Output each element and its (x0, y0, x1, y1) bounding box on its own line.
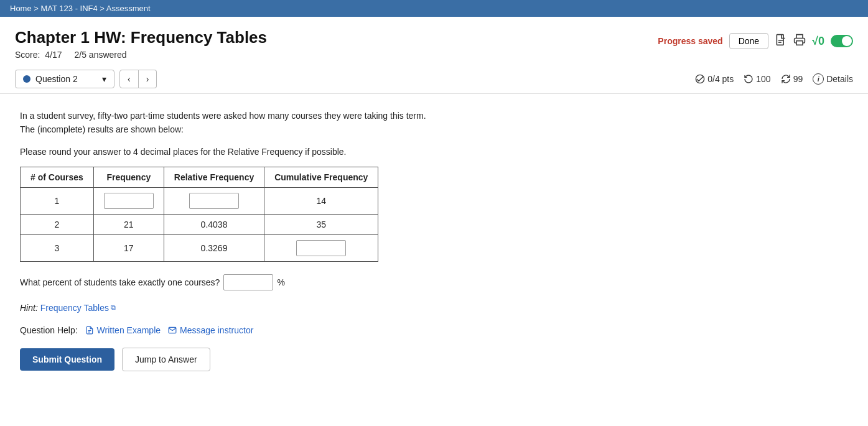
document-icon-button[interactable] (775, 34, 787, 49)
score-value: 4/17 (45, 50, 62, 60)
check-circle-icon (695, 74, 705, 84)
content-section: In a student survey, fifty-two part-time… (0, 94, 868, 386)
document-icon (775, 34, 787, 46)
round-note: Please round your answer to 4 decimal pl… (20, 147, 848, 157)
percent-question: What percent of students take exactly on… (20, 274, 848, 290)
print-icon (793, 34, 806, 46)
progress-saved-label: Progress saved (658, 36, 722, 46)
toolbar-section: Question 2 ▾ ‹ › 0/4 pts 100 (0, 65, 868, 94)
message-instructor-label: Message instructor (180, 325, 253, 335)
courses-3: 3 (21, 234, 94, 261)
header-left: Chapter 1 HW: Frequency Tables Score: 4/… (15, 28, 267, 60)
relative-freq-1-cell (164, 187, 264, 214)
details-label: Details (826, 74, 853, 84)
question-text: In a student survey, fifty-two part-time… (20, 109, 848, 137)
pts-section: 0/4 pts 100 99 i Details (695, 73, 853, 85)
pts-value: 0/4 pts (707, 74, 734, 84)
hint-section: Hint: Frequency Tables ⧉ (20, 303, 848, 313)
question-selector: Question 2 ▾ ‹ › (15, 70, 157, 88)
score-label: Score: (15, 50, 40, 60)
courses-1: 1 (21, 187, 94, 214)
message-instructor-link[interactable]: Message instructor (168, 325, 253, 335)
hint-link[interactable]: Frequency Tables ⧉ (40, 303, 116, 313)
cumulative-freq-3-cell (264, 234, 378, 261)
top-nav: Home > MAT 123 - INF4 > Assessment (0, 0, 868, 17)
written-example-label: Written Example (97, 325, 161, 335)
nav-arrows: ‹ › (119, 70, 157, 88)
history-value: 100 (756, 74, 770, 84)
next-question-button[interactable]: › (139, 70, 157, 88)
header-right: Progress saved Done √0 (658, 33, 853, 49)
relative-freq-1-input[interactable] (189, 193, 239, 209)
question-help-label: Question Help: (20, 325, 78, 335)
cumulative-freq-1: 14 (264, 187, 378, 214)
sqrt-label: √0 (812, 35, 824, 48)
cumulative-freq-3-input[interactable] (296, 240, 346, 256)
done-button[interactable]: Done (729, 33, 768, 49)
col-header-relative: Relative Frequency (164, 167, 264, 187)
question-dropdown[interactable]: Question 2 ▾ (15, 70, 114, 88)
retry-item: 99 (781, 74, 803, 84)
written-example-link[interactable]: Written Example (85, 325, 161, 335)
table-row: 1 14 (21, 187, 378, 214)
frequency-table: # of Courses Frequency Relative Frequenc… (20, 167, 378, 262)
jump-to-answer-button[interactable]: Jump to Answer (122, 348, 210, 371)
col-header-courses: # of Courses (21, 167, 94, 187)
question-help-section: Question Help: Written Example Message i… (20, 325, 848, 335)
prev-question-button[interactable]: ‹ (119, 70, 139, 88)
frequency-1-input[interactable] (104, 193, 154, 209)
envelope-icon (168, 326, 177, 335)
frequency-1-cell (93, 187, 164, 214)
courses-2: 2 (21, 214, 94, 234)
hint-link-text: Frequency Tables (40, 303, 109, 313)
question-help-text: Question Help: (20, 325, 78, 335)
header-section: Chapter 1 HW: Frequency Tables Score: 4/… (0, 17, 868, 65)
page-title: Chapter 1 HW: Frequency Tables (15, 28, 267, 47)
submit-question-button[interactable]: Submit Question (20, 348, 114, 371)
question-status-dot (23, 75, 30, 83)
dropdown-arrow-icon: ▾ (102, 74, 106, 84)
frequency-3: 17 (93, 234, 164, 261)
answered-label: 2/5 answered (75, 50, 127, 60)
toggle-switch[interactable] (831, 35, 853, 47)
percent-input[interactable] (223, 274, 273, 290)
history-item: 100 (744, 74, 770, 84)
question-text-line1: In a student survey, fifty-two part-time… (20, 111, 426, 121)
breadcrumb: Home > MAT 123 - INF4 > Assessment (10, 4, 151, 13)
table-row: 2 21 0.4038 35 (21, 214, 378, 234)
percent-question-text: What percent of students take exactly on… (20, 277, 220, 287)
external-link-icon: ⧉ (111, 303, 116, 312)
file-icon (85, 326, 94, 335)
cumulative-freq-2: 35 (264, 214, 378, 234)
col-header-cumulative: Cumulative Frequency (264, 167, 378, 187)
hint-label: Hint: (20, 303, 38, 313)
relative-freq-3: 0.3269 (164, 234, 264, 261)
actions-section: Submit Question Jump to Answer (20, 348, 848, 371)
question-text-line2: The (incomplete) results are shown below… (20, 124, 184, 134)
percent-suffix: % (277, 277, 284, 287)
pts-item: 0/4 pts (695, 74, 734, 84)
history-icon (744, 74, 754, 84)
question-label: Question 2 (35, 74, 78, 84)
info-icon: i (813, 73, 824, 85)
print-icon-button[interactable] (793, 34, 806, 49)
retry-icon (781, 74, 791, 84)
svg-rect-3 (796, 40, 803, 45)
frequency-2: 21 (93, 214, 164, 234)
details-link[interactable]: i Details (813, 73, 853, 85)
relative-freq-2: 0.4038 (164, 214, 264, 234)
retry-value: 99 (793, 74, 803, 84)
col-header-frequency: Frequency (93, 167, 164, 187)
score-line: Score: 4/17 2/5 answered (15, 50, 267, 60)
table-row: 3 17 0.3269 (21, 234, 378, 261)
